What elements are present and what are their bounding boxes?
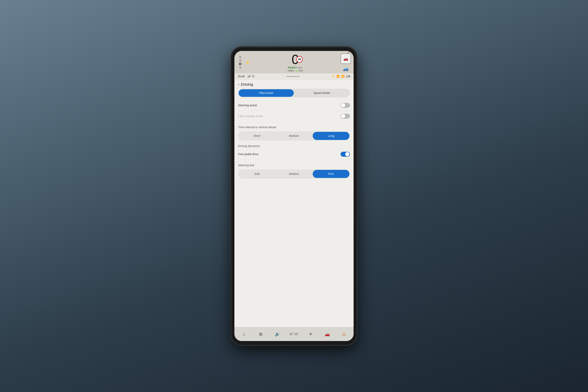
time-interval-selector: Short Medium Long (238, 131, 350, 140)
apps-icon: ⊞ (259, 332, 262, 336)
tab-speed-limiter[interactable]: Speed limiter (294, 89, 350, 97)
signal-bars-icon: 📶 (341, 75, 344, 78)
steering-medium-btn[interactable]: Medium (276, 170, 312, 178)
wifi-icon: 📶 (336, 75, 340, 78)
nav-climate[interactable]: 22° 22° (288, 330, 300, 339)
one-pedal-toggle[interactable] (340, 152, 350, 157)
time-short-btn[interactable]: Short (238, 132, 275, 140)
back-button[interactable]: ‹ (238, 82, 239, 86)
lane-change-assist-label: Lane change assist (238, 114, 263, 118)
steering-assist-section: Steering assist Lane change assist (234, 100, 354, 122)
one-pedal-drive-label: One pedal drive (238, 152, 258, 156)
time-medium-btn[interactable]: Medium (276, 132, 312, 140)
nav-warning[interactable]: ⚠ (338, 330, 350, 339)
gear-display: R N D ⚙ (237, 56, 244, 69)
instrument-cluster: 🧍 ⬛ 🔆 R N D ⚙ ⚡ 0 30 (234, 51, 354, 74)
toggle-knob (341, 103, 345, 108)
lane-change-assist-row: Lane change assist (238, 111, 350, 122)
page-title: Driving (241, 82, 253, 87)
lane-change-toggle[interactable] (340, 114, 350, 119)
fan-icon: ✳ (309, 332, 312, 336)
ev-charging-icon: ⚡ (246, 60, 250, 65)
tablet-mount: 🧍 ⬛ 🔆 R N D ⚙ ⚡ 0 30 (222, 39, 366, 353)
steering-firm-btn[interactable]: Firm (313, 170, 350, 178)
driving-dynamics-section: One pedal drive (234, 149, 354, 160)
nav-home[interactable]: ⌂ (238, 330, 250, 339)
speed-limit-badge: 30 (296, 56, 303, 62)
gear-r: R (240, 56, 241, 59)
audio-icon: 🔊 (275, 332, 280, 336)
steering-soft-btn[interactable]: Soft (238, 170, 275, 178)
dashboard-background: 🧍 ⬛ 🔆 R N D ⚙ ⚡ 0 30 (0, 0, 588, 392)
range-display: 149km (288, 70, 294, 72)
driving-dynamics-header: Driving dynamics (234, 142, 354, 149)
tablet-screen: 🧍 ⬛ 🔆 R N D ⚙ ⚡ 0 30 (234, 51, 354, 341)
speed-unit: km/h (298, 67, 302, 69)
bluetooth-icon: ⚡ (332, 75, 335, 78)
climate-icon: 22° 22° (289, 332, 299, 336)
time-long-btn[interactable]: Long (313, 132, 350, 140)
status-right-icons: ⚡ 📶 📶 LTE (332, 75, 350, 78)
battery-icon: 🔋 (295, 70, 298, 72)
status-time: 15:40 (238, 75, 245, 78)
cluster-right-icons: 🚗 🚙 (340, 54, 351, 72)
battery-info: 149km 🔋 61% (288, 70, 303, 72)
time-interval-header: Time interval to vehicle ahead (234, 123, 354, 130)
gear-d: D (239, 62, 242, 66)
car-profile-icon: 🚙 (343, 66, 349, 72)
warning-icon: ⚠ (342, 332, 346, 336)
lte-indicator: LTE (346, 75, 350, 78)
steering-assist-toggle[interactable] (340, 103, 350, 108)
nav-apps[interactable]: ⊞ (254, 330, 267, 339)
nav-fan[interactable]: ✳ (304, 330, 317, 339)
speed-section: 0 30 READY km/h 149km 🔋 61% (251, 53, 339, 72)
steering-assist-row: Steering assist (238, 100, 350, 111)
home-icon: ⌂ (243, 332, 245, 336)
nav-car[interactable]: 🚗 (321, 330, 334, 339)
car-icon: 🚗 (325, 332, 330, 336)
nav-header: ‹ Driving (234, 80, 354, 89)
bottom-navigation: ⌂ ⊞ 🔊 22° 22° ✳ 🚗 (234, 327, 354, 341)
status-separator (286, 76, 300, 77)
steering-feel-selector: Soft Medium Firm (238, 169, 350, 178)
gear-n: N (240, 59, 241, 62)
seat-display-icon: 🚗 (340, 54, 351, 64)
status-bar: 15:40 19 °C ⚡ 📶 📶 LTE (234, 74, 354, 80)
tab-bar: Pilot Assist Speed limiter (238, 89, 350, 97)
nav-audio[interactable]: 🔊 (271, 330, 284, 339)
steering-assist-label: Steering assist (238, 104, 257, 107)
one-pedal-drive-row: One pedal drive (238, 149, 350, 160)
status-temperature: 19 °C (247, 75, 254, 78)
toggle-knob-pedal (345, 152, 350, 156)
main-content: ‹ Driving Pilot Assist Speed limiter Ste… (234, 80, 354, 327)
toggle-knob-lane (341, 114, 345, 118)
tablet-device: 🧍 ⬛ 🔆 R N D ⚙ ⚡ 0 30 (231, 47, 357, 345)
gear-icon: ⚙ (239, 66, 242, 69)
ready-status: READY (288, 66, 297, 69)
tab-pilot-assist[interactable]: Pilot Assist (238, 89, 294, 97)
battery-pct: 61% (298, 70, 303, 72)
steering-feel-header: Steering feel (234, 161, 354, 168)
